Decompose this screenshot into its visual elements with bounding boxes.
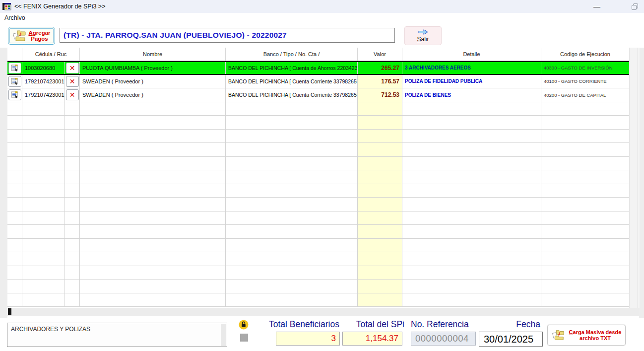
banco-cell — [226, 266, 358, 280]
cedula-cell: 1792107423001 — [22, 88, 65, 102]
valor-cell — [358, 198, 402, 211]
fecha-label: Fecha — [479, 319, 544, 330]
delete-cell — [65, 143, 80, 156]
delete-payment-button[interactable]: ✕ — [66, 89, 79, 100]
footer-panel: ARCHIVADORES Y POLIZAS Total Beneficiari… — [0, 318, 644, 351]
lock-button[interactable] — [239, 320, 249, 330]
cedula-cell — [22, 252, 65, 266]
horizontal-scrollbar[interactable] — [7, 308, 639, 316]
minimize-button[interactable]: — — [587, 0, 607, 12]
edit-row-icon — [11, 78, 19, 85]
add-payments-folder-icon — [12, 29, 26, 42]
edit-cell — [7, 170, 22, 184]
header-banco: Banco / Tipo / No. Cta / — [226, 48, 358, 61]
grid-row[interactable] — [7, 170, 629, 184]
grid-row[interactable] — [7, 198, 629, 211]
grid-row[interactable] — [7, 280, 629, 293]
minimize-icon: — — [593, 2, 600, 10]
valor-cell — [358, 143, 402, 156]
detalle-cell — [402, 130, 541, 143]
salir-label: Salir — [417, 36, 429, 43]
carga-masiva-button[interactable]: Carga Masiva desde archivo TXT — [547, 325, 626, 346]
grid-row[interactable] — [7, 252, 629, 266]
banco-cell — [226, 170, 358, 184]
codigo-cell — [541, 170, 629, 184]
salir-button[interactable]: Salir — [404, 26, 442, 45]
codigo-cell: 40300 - GASTO DE INVERSIÓN — [541, 62, 629, 74]
detalle-cell — [402, 170, 541, 184]
codigo-cell — [541, 143, 629, 156]
edit-payment-button[interactable] — [8, 89, 21, 100]
detalle-cell — [402, 157, 541, 170]
fecha-field[interactable]: 30/01/2025 — [479, 332, 543, 347]
grid-row[interactable]: 1003020680✕PUJOTA QUIMBIAMBA ( Proveedor… — [7, 61, 629, 75]
valor-cell — [358, 211, 402, 225]
delete-cell — [65, 116, 80, 129]
valor-cell — [358, 266, 402, 280]
nombre-cell — [80, 225, 226, 238]
grid-row[interactable] — [7, 239, 629, 253]
restore-icon — [632, 3, 637, 9]
header-detalle: Detalle — [402, 48, 541, 61]
grid-row[interactable] — [7, 102, 629, 116]
referencia-field: 0000000004 — [411, 332, 476, 346]
nombre-cell — [80, 252, 226, 266]
cedula-cell — [22, 184, 65, 198]
codigo-cell — [541, 184, 629, 198]
menu-archivo[interactable]: Archivo — [0, 13, 29, 21]
grid-row[interactable] — [7, 157, 629, 171]
entity-name-field[interactable]: (TR) - JTA. PARROQ.SAN JUAN (PUEBLOVIEJO… — [60, 28, 395, 43]
agregar-pagos-button[interactable]: Agregar Pagos — [8, 27, 55, 45]
banco-cell: BANCO DEL PICHINCHA [ Cuenta Corriente 3… — [226, 88, 358, 102]
banco-cell — [226, 211, 358, 225]
restore-button[interactable] — [624, 0, 644, 12]
valor-cell: 176.57 — [358, 75, 402, 88]
edit-cell — [7, 75, 22, 88]
grid-row[interactable] — [7, 184, 629, 198]
observaciones-text: ARCHIVADORES Y POLIZAS — [11, 326, 90, 333]
grid-row[interactable] — [7, 266, 629, 280]
delete-cell: ✕ — [65, 75, 80, 88]
detalle-cell — [402, 266, 541, 280]
grid-row[interactable] — [7, 143, 629, 157]
left-gutter — [0, 48, 7, 318]
observaciones-textarea[interactable]: ARCHIVADORES Y POLIZAS — [7, 323, 227, 347]
banco-cell — [226, 157, 358, 170]
grid-row[interactable]: 1792107423001✕SWEADEN ( Proveedor )BANCO… — [7, 75, 629, 89]
edit-cell — [7, 252, 22, 266]
grid-row[interactable]: 1792107423001✕SWEADEN ( Proveedor )BANCO… — [7, 88, 629, 102]
cedula-cell — [22, 293, 65, 307]
nombre-cell — [80, 293, 226, 307]
edit-cell — [7, 198, 22, 211]
cedula-cell: 1003020680 — [22, 62, 65, 74]
edit-payment-button[interactable] — [8, 63, 21, 73]
delete-payment-button[interactable]: ✕ — [66, 76, 79, 87]
cedula-cell — [22, 266, 65, 280]
observaciones-scrollbar[interactable] — [221, 324, 226, 346]
banco-cell — [226, 116, 358, 129]
cedula-cell — [22, 116, 65, 129]
codigo-cell — [541, 239, 629, 252]
banco-cell — [226, 225, 358, 238]
grid-row[interactable] — [7, 116, 629, 130]
total-spi-label: Total del SPi — [347, 319, 404, 330]
edit-cell — [7, 211, 22, 225]
detalle-cell — [402, 143, 541, 156]
detalle-cell — [402, 102, 541, 116]
right-gutter — [639, 48, 644, 318]
lock-icon — [239, 320, 249, 330]
grid-row[interactable] — [7, 225, 629, 239]
delete-cell — [65, 102, 80, 116]
edit-cell — [7, 225, 22, 238]
edit-cell — [7, 293, 22, 307]
grid-row[interactable] — [7, 293, 629, 307]
vertical-scrollbar[interactable] — [629, 48, 640, 308]
banco-cell — [226, 184, 358, 198]
horizontal-scrollbar-thumb[interactable] — [8, 308, 11, 315]
grid-row[interactable] — [7, 130, 629, 143]
detalle-cell — [402, 280, 541, 293]
grid-row[interactable] — [7, 211, 629, 225]
edit-payment-button[interactable] — [8, 76, 21, 87]
total-beneficiarios-field: 3 — [276, 332, 340, 346]
delete-payment-button[interactable]: ✕ — [66, 63, 79, 73]
